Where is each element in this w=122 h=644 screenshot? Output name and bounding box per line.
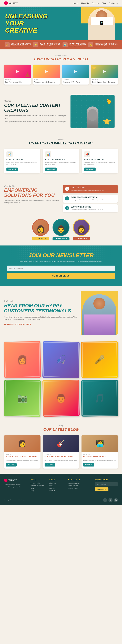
footer-link-privacy[interactable]: Privacy Policy <box>31 482 46 484</box>
stats-bar: 🎨 Creative Expression Lorem ipsum dolor … <box>0 40 122 50</box>
member-name-1: Alice Willy <box>32 237 49 240</box>
footer-link-about[interactable]: About Us <box>49 482 65 484</box>
footer-link-support[interactable]: Support <box>31 488 46 489</box>
footer-newsletter-title: Newsletter <box>95 479 118 481</box>
services-title: CRAFTING COMPELLING CONTENT <box>4 141 118 146</box>
member-avatar-1: 👩 <box>32 219 49 236</box>
footer-col-newsletter: Newsletter Subscribe <box>95 479 118 492</box>
footer-col-brand: ★ WHIMSY Lorem ipsum dolor sit amet, con… <box>4 479 27 492</box>
nav-services[interactable]: Services <box>92 2 99 4</box>
member-face-3: 👩 <box>77 225 86 233</box>
footer: ★ WHIMSY Lorem ipsum dolor sit amet, con… <box>0 474 122 505</box>
offer-text: Lorem ipsum dolor sit amet, consectetur … <box>4 200 59 204</box>
monetize-icon: 💰 <box>88 42 93 48</box>
stat-item-1: 🎨 Creative Expression Lorem ipsum dolor <box>5 42 31 48</box>
social-icons: f t in <box>103 498 118 502</box>
blog-section: Blog OUR LATEST BLOG 👩 Content A Guide F… <box>0 422 122 474</box>
offer-item-2[interactable]: 2 Experienced & Professional Lorem ipsum… <box>63 195 118 203</box>
play-icon-2 <box>45 70 48 73</box>
nav-home[interactable]: Home <box>73 2 78 4</box>
video-thumb-3 <box>62 65 89 78</box>
stat-item-2: 💡 Design Opportunities Lorem ipsum dolor <box>33 42 60 48</box>
video-card-1[interactable]: Tutorial Tips For Stunning Edits <box>4 65 31 84</box>
about-image-area: ✋ <box>71 95 118 128</box>
footer-newsletter-input[interactable] <box>95 482 118 486</box>
testimonial-body <box>84 314 114 335</box>
hero-section: UNLEASHING YOUR CREATIVE 📱 <box>0 6 122 40</box>
footer-link-contact[interactable]: Contact <box>49 490 65 492</box>
footer-page-links: Privacy Policy Terms & Conditions Suppor… <box>31 482 46 492</box>
offer-content: What We Offer EMPOWERING SOLUTIONS FOR Y… <box>4 185 59 212</box>
blog-person-2: 🎸 <box>43 435 79 452</box>
service-card-marketing: 📣 Content Marketing Lorem ipsum dolor si… <box>82 149 118 173</box>
services-section: Services CRAFTING COMPELLING CONTENT 📝 C… <box>0 134 122 182</box>
marketing-icon: 📣 <box>84 151 90 157</box>
gallery-item-1: 👩 <box>4 341 41 378</box>
footer-subscribe-button[interactable]: Subscribe <box>95 488 108 491</box>
blog-card-1: 👩 Content A Guide For Aspiring Content L… <box>4 435 40 468</box>
nav-links: Home About Us Services Blog Contact Us <box>73 2 118 4</box>
subscribe-button[interactable]: SUBSCRIBE US <box>7 273 115 279</box>
blog-thumb-2: 🎸 <box>43 435 79 452</box>
offer-item-3[interactable]: 3 Education & Training Lorem ipsum dolor… <box>63 204 118 212</box>
footer-col-page: Page Privacy Policy Terms & Conditions S… <box>31 479 46 492</box>
team-member-1: 👩 Alice Willy <box>32 219 49 240</box>
team-member-2: 👨 Jonathan W <box>52 219 70 240</box>
video-card-4[interactable]: Creative Creativity And Dance Expression <box>91 65 118 84</box>
footer-col-links: Links About Us Blog Services Contact <box>49 479 65 492</box>
hero-content: UNLEASHING YOUR CREATIVE <box>5 13 117 34</box>
footer-col-contact: Contact Us hello@whimsy.com +1 234 567 8… <box>68 479 91 492</box>
read-more-button-3[interactable]: See More <box>83 463 94 466</box>
testimonial-face <box>93 298 105 310</box>
video-thumb-4 <box>91 65 118 78</box>
team-grid: 👩 Alice Willy 👨 Jonathan W 👩 Keisha Anna <box>4 219 118 240</box>
marketing-detail-button[interactable]: See Detail <box>84 168 96 171</box>
read-more-button-1[interactable]: See More <box>6 463 17 466</box>
testimonials-section: Testimonials HEAR FROM OUR HAPPY CUSTOME… <box>0 286 122 340</box>
testimonial-content: Testimonials HEAR FROM OUR HAPPY CUSTOME… <box>4 300 77 325</box>
hero-title: UNLEASHING YOUR CREATIVE <box>5 13 117 34</box>
footer-copyright: Copyright © Whimsy 2024. All rights rese… <box>4 499 32 501</box>
strategy-detail-button[interactable]: See Detail <box>45 168 56 171</box>
writing-detail-button[interactable]: See Detail <box>7 168 18 171</box>
footer-link-services[interactable]: Services <box>49 488 65 489</box>
gallery-item-2: 🎣 <box>42 341 80 378</box>
facebook-icon[interactable]: f <box>103 498 107 502</box>
member-avatar-3: 👩 <box>73 219 90 236</box>
nav-contact[interactable]: Contact Us <box>109 2 118 4</box>
blog-card-2: 🎸 Creation Creation In The Modern Age Lo… <box>43 435 79 468</box>
newsletter-email-input[interactable] <box>7 266 115 271</box>
popular-videos-tag: Popular videos <box>4 54 118 56</box>
video-card-2[interactable]: Facts Facts And Impacts Explained <box>33 65 60 84</box>
newsletter-text: Lorem ipsum dolor sit amet, consectetur … <box>7 260 115 262</box>
navbar: ★ WHIMSY Home About Us Services Blog Con… <box>0 0 122 6</box>
microphone-body <box>87 106 98 128</box>
play-icon-3 <box>74 70 77 73</box>
team-section: 👩 Alice Willy 👨 Jonathan W 👩 Keisha Anna <box>0 217 122 246</box>
member-avatar-2: 👨 <box>52 219 70 236</box>
microphone-head <box>88 109 97 121</box>
footer-link-blog[interactable]: Blog <box>49 485 65 486</box>
footer-desc: Lorem ipsum dolor sit amet, consectetur … <box>4 484 27 488</box>
popular-videos-title: EXPLORING POPULAR VIDEO <box>4 57 118 62</box>
nav-logo: ★ WHIMSY <box>4 1 18 5</box>
blog-thumb-1: 👩 <box>4 435 40 452</box>
blog-title: OUR LATEST BLOG <box>4 427 118 432</box>
offer-num-1: 1 <box>65 187 69 191</box>
offer-item-1[interactable]: 1 Creative Team Lorem ipsum dolor sit am… <box>63 185 118 193</box>
stat-item-4: 💰 Monetization Potential Lorem ipsum dol… <box>88 42 117 48</box>
video-thumb-2 <box>33 65 60 78</box>
about-title: OUR TALENTED CONTENT CREATORS <box>4 103 67 112</box>
nav-about[interactable]: About Us <box>81 2 89 4</box>
testimonial-image <box>81 291 118 335</box>
footer-link-faqs[interactable]: FAQs <box>31 490 46 492</box>
offer-section: What We Offer EMPOWERING SOLUTIONS FOR Y… <box>0 182 122 217</box>
services-grid: 📝 Content Writing Lorem ipsum dolor sit … <box>4 149 118 173</box>
footer-link-terms[interactable]: Terms & Conditions <box>31 485 46 486</box>
nav-blog[interactable]: Blog <box>102 2 106 4</box>
twitter-icon[interactable]: t <box>108 498 112 502</box>
video-thumb-1 <box>4 65 31 78</box>
video-card-3[interactable]: Mystery Mysteries Of The World <box>62 65 89 84</box>
read-more-button-2[interactable]: See More <box>45 463 55 466</box>
linkedin-icon[interactable]: in <box>114 498 118 502</box>
